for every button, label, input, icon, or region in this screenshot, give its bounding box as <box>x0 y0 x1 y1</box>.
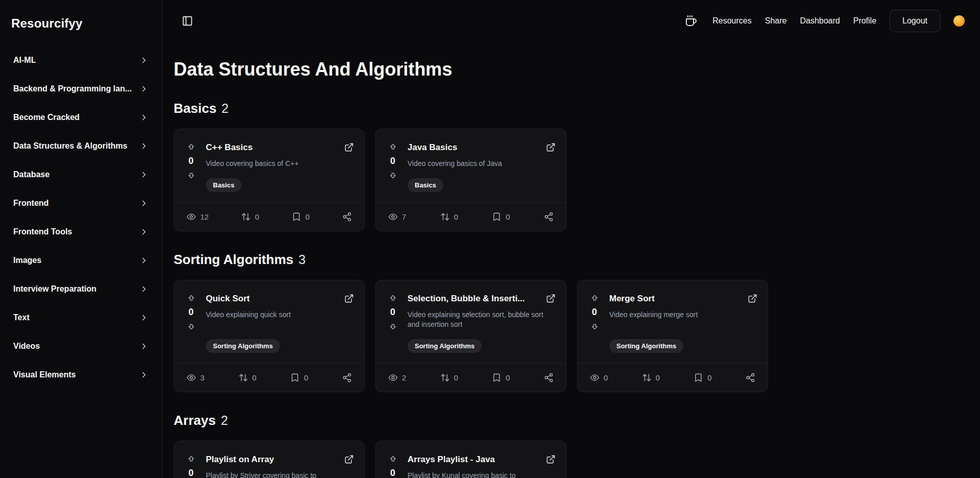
upvote-button[interactable] <box>187 142 196 151</box>
coffee-icon <box>685 15 697 27</box>
vote-total-stat[interactable]: 0 <box>241 212 259 222</box>
vote-total-stat[interactable]: 0 <box>440 212 458 222</box>
vote-count: 0 <box>188 156 194 166</box>
vote-total-stat[interactable]: 0 <box>440 373 458 383</box>
resource-card: 0 Merge Sort Video explaining merge sort… <box>577 280 768 392</box>
nav-link-profile[interactable]: Profile <box>853 16 876 26</box>
external-link-icon[interactable] <box>546 293 556 303</box>
coffee-button[interactable] <box>683 13 699 29</box>
card-main: Java Basics Video covering basics of Jav… <box>408 141 556 192</box>
bookmark-stat[interactable]: 0 <box>292 212 309 222</box>
nav-link-share[interactable]: Share <box>765 16 787 26</box>
external-link-icon[interactable] <box>344 453 354 464</box>
section-heading: Arrays 2 <box>174 413 966 428</box>
sidebar-item-visual-elements[interactable]: Visual Elements <box>10 361 152 389</box>
bookmark-stat[interactable]: 0 <box>694 373 711 383</box>
tag-badge[interactable]: Sorting Algorithms <box>609 339 683 353</box>
share-button[interactable] <box>544 212 554 222</box>
upvote-button[interactable] <box>590 294 599 302</box>
downvote-button[interactable] <box>187 171 196 180</box>
resource-card: 0 C++ Basics Video covering basics of C+… <box>174 129 365 231</box>
vote-total: 0 <box>255 212 259 221</box>
topbar-right: Resources Share Dashboard Profile Logout <box>683 10 965 32</box>
views-count: 7 <box>402 212 406 221</box>
upvote-button[interactable] <box>389 142 397 151</box>
sidebar-item-label: AI-ML <box>13 56 36 65</box>
card-body: 0 Arrays Playlist - Java Playlist by Kun… <box>376 441 566 478</box>
sidebar-item-label: Interview Preparation <box>13 284 97 294</box>
tag-badge[interactable]: Basics <box>408 178 443 192</box>
sidebar-item-backend-programming[interactable]: Backend & Programming lan... <box>10 75 152 103</box>
sidebar-item-text[interactable]: Text <box>10 303 152 332</box>
sidebar-item-label: Frontend <box>13 199 49 208</box>
section-title: Arrays <box>174 413 216 428</box>
chevron-right-icon <box>139 284 149 294</box>
downvote-button[interactable] <box>389 322 397 331</box>
upvote-button[interactable] <box>187 455 196 463</box>
views-stat: 2 <box>388 373 406 383</box>
views-count: 3 <box>200 373 204 382</box>
external-link-icon[interactable] <box>344 141 354 152</box>
vote-column: 0 <box>184 293 198 353</box>
chevron-right-icon <box>139 370 149 379</box>
vote-total: 0 <box>252 373 256 382</box>
vote-column: 0 <box>184 141 198 192</box>
chevron-right-icon <box>139 141 149 151</box>
sidebar-item-database[interactable]: Database <box>10 160 152 189</box>
user-avatar[interactable] <box>953 15 965 27</box>
vote-column: 0 <box>386 293 399 353</box>
card-body: 0 Merge Sort Video explaining merge sort… <box>578 280 768 363</box>
logout-button[interactable]: Logout <box>890 10 940 32</box>
sidebar-item-interview-preparation[interactable]: Interview Preparation <box>10 275 152 303</box>
sidebar-item-label: Visual Elements <box>13 370 76 379</box>
downvote-button[interactable] <box>389 171 397 180</box>
bookmark-stat[interactable]: 0 <box>492 373 510 383</box>
sidebar-item-become-cracked[interactable]: Become Cracked <box>10 103 152 132</box>
downvote-button[interactable] <box>590 322 599 331</box>
sidebar-item-frontend[interactable]: Frontend <box>10 189 152 218</box>
tag-badge[interactable]: Sorting Algorithms <box>408 339 482 353</box>
external-link-icon[interactable] <box>546 141 556 152</box>
upvote-button[interactable] <box>389 455 397 463</box>
vote-total-stat[interactable]: 0 <box>238 373 256 383</box>
bookmark-stat[interactable]: 0 <box>492 212 510 222</box>
section-heading: Basics 2 <box>174 101 966 116</box>
card-footer: 3 0 0 <box>174 363 364 392</box>
share-button[interactable] <box>544 373 554 383</box>
card-main: C++ Basics Video covering basics of C++ … <box>206 141 354 192</box>
sidebar-item-videos[interactable]: Videos <box>10 332 152 361</box>
sidebar-item-label: Database <box>13 170 50 179</box>
sidebar-item-images[interactable]: Images <box>10 246 152 275</box>
views-count: 12 <box>200 212 209 221</box>
external-link-icon[interactable] <box>748 293 757 303</box>
external-link-icon[interactable] <box>546 453 556 464</box>
chevron-right-icon <box>139 84 149 93</box>
card-row: 0 Quick Sort Video explaining quick sort… <box>174 280 966 392</box>
page-title: Data Structures And Algorithms <box>174 59 966 80</box>
share-button[interactable] <box>746 373 755 383</box>
downvote-button[interactable] <box>187 322 196 331</box>
external-link-icon[interactable] <box>344 293 354 303</box>
share-button[interactable] <box>342 373 352 383</box>
sidebar-item-frontend-tools[interactable]: Frontend Tools <box>10 218 152 246</box>
upvote-button[interactable] <box>389 294 397 302</box>
tag-badge[interactable]: Sorting Algorithms <box>206 339 280 353</box>
vote-count: 0 <box>188 468 194 478</box>
tag-badge[interactable]: Basics <box>206 178 242 192</box>
sidebar-toggle-button[interactable] <box>180 13 195 29</box>
nav-link-resources[interactable]: Resources <box>712 16 751 26</box>
nav-link-dashboard[interactable]: Dashboard <box>800 16 840 26</box>
share-button[interactable] <box>342 212 352 222</box>
topbar: Resources Share Dashboard Profile Logout <box>162 0 980 41</box>
sidebar-item-label: Backend & Programming lan... <box>13 84 132 93</box>
sidebar-item-data-structures-algorithms[interactable]: Data Structures & Algorithms <box>10 132 152 160</box>
card-main: Arrays Playlist - Java Playlist by Kunal… <box>408 453 556 478</box>
sidebar-item-ai-ml[interactable]: AI-ML <box>10 46 152 75</box>
card-row: 0 Playlist on Array Playlist by Striver … <box>174 441 966 478</box>
vote-total-stat[interactable]: 0 <box>642 373 660 383</box>
card-row: 0 C++ Basics Video covering basics of C+… <box>174 129 966 231</box>
upvote-button[interactable] <box>187 294 196 302</box>
bookmark-stat[interactable]: 0 <box>290 373 308 383</box>
resource-description: Video explaining quick sort <box>206 310 291 320</box>
vote-total: 0 <box>656 373 660 382</box>
